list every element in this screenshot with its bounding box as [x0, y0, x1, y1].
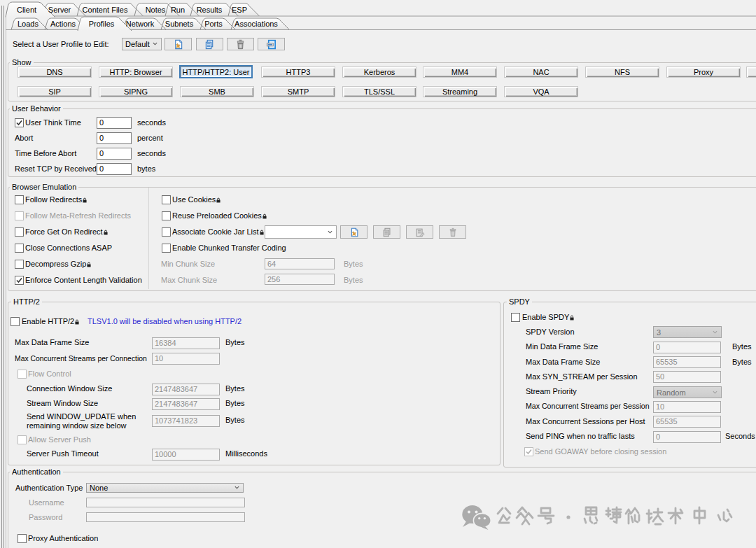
- svg-text:Server: Server: [48, 6, 71, 14]
- svg-text:Actions: Actions: [50, 20, 76, 28]
- svg-text:Run: Run: [171, 6, 185, 14]
- svg-text:Results: Results: [197, 6, 223, 14]
- svg-text:Subnets: Subnets: [165, 20, 194, 28]
- svg-text:ESP: ESP: [232, 6, 247, 14]
- svg-text:Notes: Notes: [146, 6, 166, 14]
- svg-text:Network: Network: [126, 20, 155, 28]
- svg-text:Ports: Ports: [204, 20, 223, 28]
- svg-text:Profiles: Profiles: [89, 20, 115, 28]
- svg-text:Loads: Loads: [18, 20, 38, 28]
- svg-text:Client: Client: [17, 6, 36, 14]
- svg-text:Associations: Associations: [234, 20, 278, 28]
- svg-text:Content Files: Content Files: [83, 6, 128, 14]
